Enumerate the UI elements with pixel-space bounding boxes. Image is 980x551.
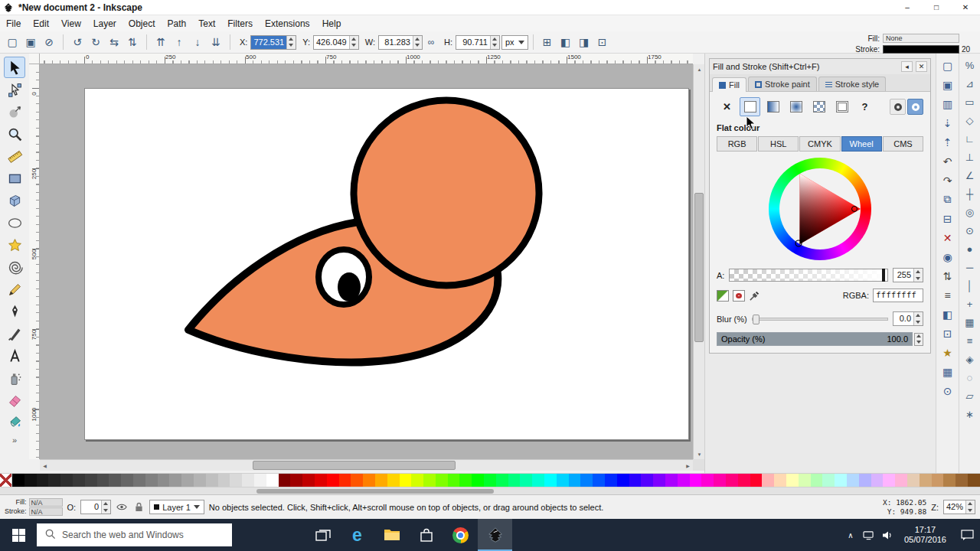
transform-icon-button[interactable]: ⇆ xyxy=(105,33,123,51)
palette-swatch[interactable] xyxy=(411,474,423,487)
palette-swatch[interactable] xyxy=(97,474,109,487)
palette-swatch[interactable] xyxy=(423,474,436,487)
horizontal-scrollbar[interactable]: ◀ ▶ xyxy=(40,459,693,471)
palette-swatch[interactable] xyxy=(799,474,811,487)
alpha-spinbox[interactable]: 255 xyxy=(893,268,923,282)
palette-swatch[interactable] xyxy=(726,474,738,487)
out-of-gamut-icon[interactable] xyxy=(733,290,745,302)
file-explorer-taskbar-icon[interactable] xyxy=(374,519,409,551)
palette-swatch[interactable] xyxy=(327,474,339,487)
opacity-slider[interactable]: Opacity (%) 100.0 xyxy=(717,332,913,346)
more-tools-button[interactable]: » xyxy=(12,435,17,445)
palette-swatch[interactable] xyxy=(472,474,484,487)
transform-icon-button[interactable]: ⇅ xyxy=(123,33,142,51)
command-icon-button[interactable]: ◧ xyxy=(938,305,957,324)
palette-swatch[interactable] xyxy=(254,474,266,487)
blur-spinbox[interactable]: 0.0 xyxy=(893,311,923,326)
palette-swatch[interactable] xyxy=(158,474,170,487)
palette-swatch[interactable] xyxy=(544,474,557,487)
palette-swatch[interactable] xyxy=(557,474,569,487)
palette-swatch[interactable] xyxy=(133,474,145,487)
tool-tweak[interactable] xyxy=(4,101,25,122)
paint-linear-gradient-button[interactable] xyxy=(763,97,783,116)
palette-swatch[interactable] xyxy=(145,474,158,487)
close-button[interactable]: ✕ xyxy=(951,0,980,15)
horizontal-ruler[interactable]: 0 250 500 750 1000 1250 1500 1750 xyxy=(40,54,693,64)
palette-swatch[interactable] xyxy=(968,474,980,487)
palette-swatch[interactable] xyxy=(520,474,532,487)
layer-selector[interactable]: Layer 1 xyxy=(149,500,204,514)
menu-item[interactable]: View xyxy=(55,17,87,31)
tool-rectangle[interactable] xyxy=(4,168,25,189)
palette-swatch[interactable] xyxy=(242,474,254,487)
palette-swatch[interactable] xyxy=(73,474,85,487)
height-spinbox[interactable]: 90.711 xyxy=(456,35,500,50)
paint-pattern-button[interactable] xyxy=(808,97,829,116)
drawing-head-circle[interactable] xyxy=(354,100,539,285)
palette-swatch[interactable] xyxy=(956,474,968,487)
menu-item[interactable]: Layer xyxy=(87,17,122,31)
palette-swatch[interactable] xyxy=(60,474,73,487)
palette-swatch[interactable] xyxy=(459,474,472,487)
command-icon-button[interactable]: ▥ xyxy=(938,94,957,113)
toolbar-icon-button[interactable]: ▢ xyxy=(3,33,21,51)
snap-icon-button[interactable]: ◇ xyxy=(960,111,979,129)
command-icon-button[interactable]: ⇅ xyxy=(938,266,957,285)
command-icon-button[interactable]: ★ xyxy=(938,343,957,362)
y-spinbox[interactable]: 426.049 xyxy=(313,35,359,50)
stroke-width-value[interactable]: 20 xyxy=(959,45,978,54)
mode-tab-cmyk[interactable]: CMYK xyxy=(799,136,840,152)
palette-scrollbar-thumb[interactable] xyxy=(256,489,494,494)
palette-swatch[interactable] xyxy=(822,474,835,487)
palette-swatch[interactable] xyxy=(363,474,375,487)
spinner-arrows[interactable] xyxy=(913,269,923,282)
palette-swatch[interactable] xyxy=(496,474,508,487)
tool-paint-bucket[interactable] xyxy=(4,412,25,433)
palette-swatch[interactable] xyxy=(279,474,291,487)
status-fill-value[interactable]: N/A xyxy=(29,498,63,507)
color-managed-icon[interactable] xyxy=(717,290,729,302)
z-order-icon-button[interactable]: ⇈ xyxy=(152,33,170,51)
tool-pencil[interactable] xyxy=(4,279,25,300)
snap-icon-button[interactable]: ⊥ xyxy=(960,148,979,166)
transform-icon-button[interactable]: ↻ xyxy=(87,33,105,51)
palette-swatch[interactable] xyxy=(665,474,678,487)
paint-swatch-button[interactable] xyxy=(831,97,852,116)
palette-swatch[interactable] xyxy=(932,474,944,487)
palette-swatch[interactable] xyxy=(811,474,823,487)
palette-swatch[interactable] xyxy=(605,474,617,487)
store-taskbar-icon[interactable] xyxy=(409,519,443,551)
toolbar-icon-button[interactable]: ▣ xyxy=(21,33,40,51)
mode-tab-wheel[interactable]: Wheel xyxy=(841,136,882,152)
palette-swatch[interactable] xyxy=(24,474,37,487)
status-stroke-value[interactable]: N/A xyxy=(29,507,63,516)
affect-toggle-button[interactable]: ⊡ xyxy=(593,33,612,51)
palette-swatch[interactable] xyxy=(641,474,653,487)
palette-swatch[interactable] xyxy=(37,474,49,487)
spinner-arrows[interactable] xyxy=(349,36,358,49)
mode-tab-cms[interactable]: CMS xyxy=(883,136,923,152)
palette-swatch[interactable] xyxy=(859,474,871,487)
tab-stroke-style[interactable]: Stroke style xyxy=(818,77,886,91)
scroll-down-arrow[interactable]: ▼ xyxy=(694,449,705,459)
paint-radial-gradient-button[interactable] xyxy=(786,97,806,116)
palette-swatch[interactable] xyxy=(484,474,496,487)
palette-swatch[interactable] xyxy=(109,474,121,487)
palette-swatch[interactable] xyxy=(629,474,642,487)
taskbar-search-input[interactable]: Search the web and Windows xyxy=(37,523,232,546)
tray-chevron-up-icon[interactable]: ∧ xyxy=(841,519,860,551)
paint-unknown-button[interactable]: ? xyxy=(854,97,875,116)
paint-flat-button[interactable] xyxy=(740,97,760,116)
command-icon-button[interactable]: ⊡ xyxy=(938,324,957,343)
z-order-icon-button[interactable]: ⇊ xyxy=(207,33,225,51)
alpha-slider-handle[interactable] xyxy=(882,269,885,282)
palette-swatch[interactable] xyxy=(920,474,932,487)
spinner-arrows[interactable] xyxy=(965,500,975,514)
stroke-color-swatch[interactable] xyxy=(883,45,959,54)
palette-swatch[interactable] xyxy=(339,474,351,487)
palette-swatch[interactable] xyxy=(181,474,194,487)
palette-swatch[interactable] xyxy=(48,474,60,487)
alpha-slider[interactable] xyxy=(729,269,888,282)
command-icon-button[interactable]: ≡ xyxy=(938,285,957,305)
palette-swatch[interactable] xyxy=(593,474,605,487)
